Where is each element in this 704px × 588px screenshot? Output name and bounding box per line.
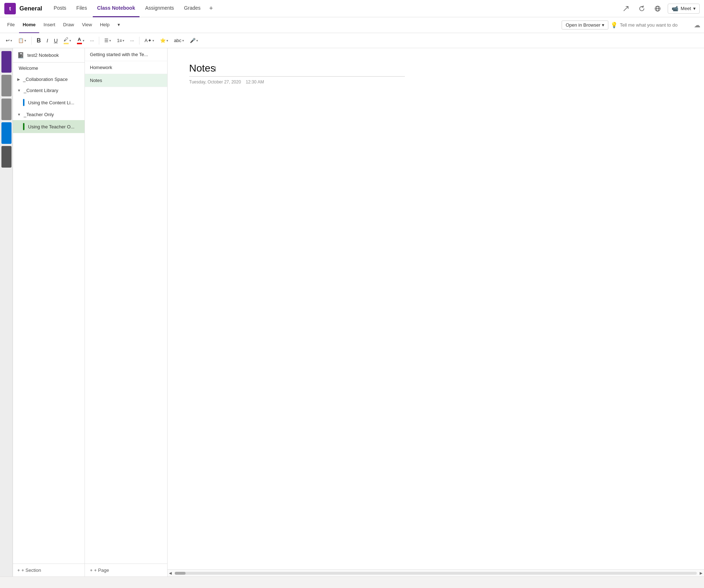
highlight-color-swatch (64, 43, 69, 44)
nav-files[interactable]: Files (72, 0, 91, 17)
sidebar-tab-4[interactable] (1, 122, 12, 144)
tab-more[interactable]: ▾ (114, 17, 124, 33)
underline-button[interactable]: U (52, 35, 60, 46)
add-page-button[interactable]: + + Page (85, 564, 167, 576)
tab-help[interactable]: Help (96, 17, 113, 33)
cursor (215, 67, 216, 72)
clipboard-chevron: ▾ (24, 39, 26, 42)
bullets-chevron: ▾ (109, 39, 111, 42)
bullets-icon: ☰ (104, 38, 109, 43)
horizontal-scroll-thumb[interactable] (175, 572, 186, 575)
section-welcome[interactable]: Welcome (13, 63, 84, 74)
add-section-icon: + (17, 568, 20, 573)
status-bar (0, 576, 704, 588)
more-list-button[interactable]: ··· (128, 35, 136, 46)
section-content-library[interactable]: ▼ _Content Library (13, 85, 84, 96)
mic-button[interactable]: 🎤 ▾ (188, 35, 200, 46)
italic-button[interactable]: I (45, 35, 50, 46)
sidebar-tab-2[interactable] (1, 75, 12, 96)
sidebar-tab-1[interactable] (1, 51, 12, 73)
highlight-button[interactable]: 🖊 ▾ (61, 35, 73, 46)
tab-file[interactable]: File (4, 17, 18, 33)
camera-icon: 📹 (672, 5, 678, 12)
using-content-library-label: Using the Content Li... (28, 100, 74, 105)
nav-class-notebook[interactable]: Class Notebook (93, 0, 140, 17)
toolbar-sep-3 (139, 37, 140, 45)
bullets-button[interactable]: ☰ ▾ (102, 35, 113, 46)
nav-posts[interactable]: Posts (49, 0, 70, 17)
spell-chevron: ▾ (182, 39, 184, 42)
more-format-button[interactable]: ··· (88, 35, 96, 46)
font-color-chevron: ▾ (83, 39, 84, 42)
section-teacher-only[interactable]: ▼ _Teacher Only (13, 109, 84, 120)
page-notes[interactable]: Notes (85, 74, 167, 87)
spell-icon: abc (174, 38, 182, 43)
page-homework[interactable]: Homework (85, 61, 167, 74)
popout-button[interactable] (620, 3, 632, 14)
section-using-teacher-only[interactable]: Using the Teacher O... (13, 120, 84, 133)
meet-button[interactable]: 📹 Meet ▾ (668, 4, 700, 14)
highlight-chevron: ▾ (69, 39, 71, 42)
page-getting-started[interactable]: Getting started with the Te... (85, 48, 167, 61)
top-nav: t General Posts Files Class Notebook Ass… (0, 0, 704, 17)
open-in-browser-button[interactable]: Open in Browser ▾ (562, 20, 608, 29)
toolbar: ↩ ▾ 📋 ▾ B I U 🖊 ▾ A ▾ ··· ☰ ▾ 1≡ ▾ ··· A… (0, 33, 704, 48)
nav-add-tab[interactable]: + (206, 0, 216, 17)
toolbar-sep-2 (99, 37, 99, 45)
using-teacher-only-label: Using the Teacher O... (28, 124, 74, 129)
cloud-icon: ☁ (694, 21, 700, 29)
nav-assignments[interactable]: Assignments (141, 0, 178, 17)
sidebar-tab-3[interactable] (1, 99, 12, 120)
style-chevron: ▾ (152, 39, 154, 42)
section-panel: 📓 test2 Notebook Welcome ▶ _Collaboratio… (13, 48, 85, 576)
style-button[interactable]: A✦ ▾ (142, 35, 156, 46)
star-icon: ⭐ (160, 38, 166, 43)
mic-chevron: ▾ (196, 39, 198, 42)
toolbar-sep-1 (31, 37, 32, 45)
meet-chevron: ▾ (693, 6, 696, 11)
add-section-label: + Section (22, 568, 41, 573)
globe-icon (654, 5, 661, 12)
avatar: t (4, 3, 16, 14)
undo-chevron: ▾ (10, 39, 12, 42)
tab-home[interactable]: Home (19, 17, 39, 33)
page-panel: Getting started with the Te... Homework … (85, 48, 168, 576)
spell-button[interactable]: abc ▾ (172, 35, 186, 46)
content-area: Notes Tuesday, October 27, 2020 12:30 AM… (168, 48, 704, 576)
font-color-button[interactable]: A ▾ (75, 35, 87, 46)
nav-right: 📹 Meet ▾ (620, 3, 700, 14)
tab-view[interactable]: View (78, 17, 96, 33)
sidebar-tab-5[interactable] (1, 146, 12, 168)
add-section-button[interactable]: + + Section (13, 564, 84, 576)
section-using-content-library[interactable]: Using the Content Li... (13, 96, 84, 109)
star-button[interactable]: ⭐ ▾ (158, 35, 170, 46)
numbered-chevron: ▾ (123, 39, 124, 42)
tell-me-input[interactable] (620, 22, 692, 28)
clipboard-button[interactable]: 📋 ▾ (16, 35, 28, 46)
notebook-title: test2 Notebook (27, 53, 59, 58)
notebook-icon: 📓 (17, 52, 24, 59)
page-title-container: Notes Tuesday, October 27, 2020 12:30 AM (189, 63, 405, 85)
undo-button[interactable]: ↩ ▾ (4, 35, 14, 46)
ribbon: File Home Insert Draw View Help ▾ Open i… (0, 17, 704, 33)
sidebar-tabs (0, 48, 13, 576)
scroll-right-arrow[interactable]: ▶ (698, 570, 704, 576)
numbered-button[interactable]: 1≡ ▾ (115, 35, 127, 46)
collaboration-label: _Collaboration Space (23, 77, 68, 82)
notebook-header: 📓 test2 Notebook (13, 48, 84, 63)
section-collaboration-space[interactable]: ▶ _Collaboration Space (13, 74, 84, 85)
nav-grades[interactable]: Grades (180, 0, 205, 17)
font-color-icon: A (78, 37, 81, 42)
tab-draw[interactable]: Draw (60, 17, 78, 33)
refresh-button[interactable] (636, 3, 648, 14)
teacher-only-color-bar (23, 123, 24, 130)
bold-button[interactable]: B (35, 35, 43, 46)
scroll-left-arrow[interactable]: ◀ (168, 570, 173, 576)
globe-button[interactable] (652, 3, 663, 14)
page-datetime: Tuesday, October 27, 2020 12:30 AM (189, 79, 405, 85)
horizontal-scroll-track[interactable] (175, 572, 697, 575)
tab-insert[interactable]: Insert (40, 17, 59, 33)
section-list: Welcome ▶ _Collaboration Space ▼ _Conten… (13, 63, 84, 564)
numbered-icon: 1≡ (117, 38, 122, 43)
style-icon: A✦ (145, 38, 152, 43)
